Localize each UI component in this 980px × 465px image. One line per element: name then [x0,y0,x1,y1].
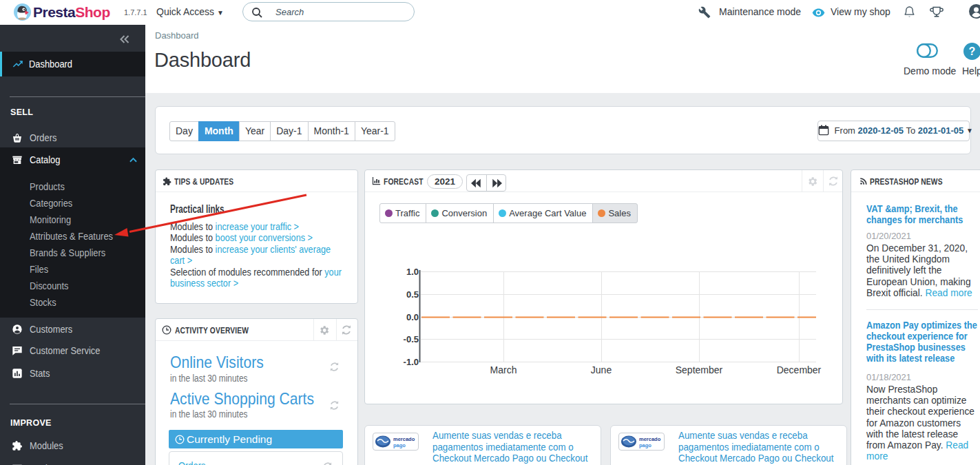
svg-text:pago: pago [639,442,651,448]
svg-text:0.5: 0.5 [406,289,419,300]
svg-text:June: June [591,364,612,375]
svg-text:mercado: mercado [639,436,661,442]
svg-text:mercado: mercado [393,436,415,442]
svg-text:pago: pago [393,442,406,448]
svg-text:1.0: 1.0 [406,267,419,277]
svg-text:September: September [676,364,723,375]
svg-text:0.0: 0.0 [406,312,419,322]
svg-text:?: ? [969,45,976,57]
svg-text:December: December [777,364,822,375]
svg-text:-1.0: -1.0 [404,357,419,367]
svg-text:March: March [490,364,517,375]
svg-text:-0.5: -0.5 [404,334,419,344]
